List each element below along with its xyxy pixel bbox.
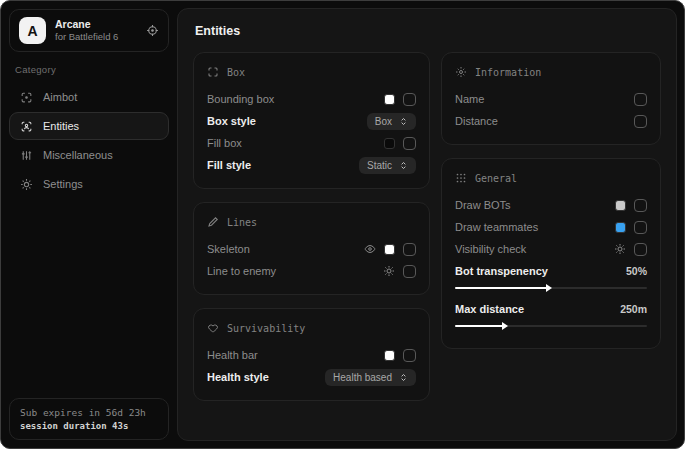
- session-duration-text: session duration 43s: [20, 421, 158, 431]
- fill-style-dropdown[interactable]: Static: [359, 157, 416, 174]
- gear-icon[interactable]: [383, 265, 395, 277]
- sidebar-item-settings[interactable]: Settings: [9, 170, 169, 198]
- grid-dots-icon: [455, 172, 467, 184]
- setting-row-max-distance: Max distance 250m: [455, 298, 647, 320]
- main-panel: Entities Box Bounding box: [177, 8, 677, 441]
- sidebar-item-label: Aimbot: [43, 91, 77, 103]
- checkbox[interactable]: [403, 93, 416, 106]
- checkbox[interactable]: [403, 243, 416, 256]
- category-label: Category: [15, 64, 163, 75]
- app-name: Arcane: [55, 18, 137, 31]
- checkbox[interactable]: [634, 221, 647, 234]
- card-title: General: [475, 173, 517, 184]
- box-style-dropdown[interactable]: Box: [367, 113, 416, 130]
- sidebar-item-label: Entities: [43, 120, 79, 132]
- sidebar: A Arcane for Battlefield 6 Category Aimb…: [1, 1, 177, 448]
- setting-row-visibility-check: Visibility check: [455, 238, 647, 260]
- setting-label: Fill box: [207, 137, 242, 149]
- survivability-card: Survivability Health bar Health style He…: [193, 308, 430, 401]
- card-title: Survivability: [227, 323, 305, 334]
- checkbox[interactable]: [634, 243, 647, 256]
- max-distance-slider[interactable]: [455, 325, 647, 327]
- bot-transparency-slider[interactable]: [455, 287, 647, 289]
- checkbox[interactable]: [403, 265, 416, 278]
- setting-row-draw-teammates: Draw teammates: [455, 216, 647, 238]
- chevron-up-down-icon: [399, 161, 408, 170]
- app-window: A Arcane for Battlefield 6 Category Aimb…: [0, 0, 685, 449]
- page-title: Entities: [195, 24, 661, 38]
- color-swatch[interactable]: [384, 94, 395, 105]
- setting-row-fill-style: Fill style Static: [207, 154, 416, 176]
- checkbox[interactable]: [634, 199, 647, 212]
- gear-icon: [20, 178, 33, 191]
- checkbox[interactable]: [634, 93, 647, 106]
- dropdown-value: Box: [375, 116, 392, 127]
- information-card: Information Name Distance: [441, 52, 661, 145]
- setting-label: Bot transpenency: [455, 265, 548, 277]
- color-swatch[interactable]: [615, 200, 626, 211]
- card-title: Information: [475, 67, 541, 78]
- setting-row-distance: Distance: [455, 110, 647, 132]
- card-title: Lines: [227, 217, 257, 228]
- setting-row-draw-bots: Draw BOTs: [455, 194, 647, 216]
- app-logo: A: [19, 17, 46, 44]
- setting-label: Draw teammates: [455, 221, 538, 233]
- setting-label: Draw BOTs: [455, 199, 511, 211]
- slider-value: 250m: [620, 303, 647, 315]
- sidebar-item-entities[interactable]: Entities: [9, 112, 169, 140]
- app-header-card: A Arcane for Battlefield 6: [9, 9, 169, 52]
- setting-label: Line to enemy: [207, 265, 276, 277]
- setting-label: Skeleton: [207, 243, 250, 255]
- checkbox[interactable]: [403, 137, 416, 150]
- sidebar-item-label: Miscellaneous: [43, 149, 113, 161]
- color-swatch[interactable]: [384, 138, 395, 149]
- target-icon[interactable]: [146, 24, 159, 37]
- setting-label: Distance: [455, 115, 498, 127]
- checkbox[interactable]: [403, 349, 416, 362]
- box-card: Box Bounding box Box style Box: [193, 52, 430, 189]
- setting-row-health-bar: Health bar: [207, 344, 416, 366]
- setting-label: Box style: [207, 115, 256, 127]
- chevron-up-down-icon: [399, 117, 408, 126]
- checkbox[interactable]: [634, 115, 647, 128]
- color-swatch[interactable]: [615, 222, 626, 233]
- setting-label: Max distance: [455, 303, 524, 315]
- dropdown-value: Health based: [333, 372, 392, 383]
- setting-label: Health style: [207, 371, 269, 383]
- sidebar-item-miscellaneous[interactable]: Miscellaneous: [9, 141, 169, 169]
- entity-scan-icon: [20, 120, 33, 133]
- subscription-status-card: Sub expires in 56d 23h session duration …: [9, 398, 169, 440]
- setting-label: Visibility check: [455, 243, 526, 255]
- sidebar-item-label: Settings: [43, 178, 83, 190]
- color-swatch[interactable]: [384, 244, 395, 255]
- sub-expiry-text: Sub expires in 56d 23h: [20, 407, 158, 418]
- chevron-up-down-icon: [399, 373, 408, 382]
- setting-row-skeleton: Skeleton: [207, 238, 416, 260]
- health-style-dropdown[interactable]: Health based: [325, 369, 416, 386]
- sidebar-item-aimbot[interactable]: Aimbot: [9, 83, 169, 111]
- heart-icon: [207, 322, 219, 334]
- general-card: General Draw BOTs Draw teammates: [441, 158, 661, 349]
- setting-label: Health bar: [207, 349, 258, 361]
- lines-card: Lines Skeleton Line to enemy: [193, 202, 430, 295]
- eye-icon[interactable]: [364, 243, 376, 255]
- gear-icon[interactable]: [614, 243, 626, 255]
- pencil-line-icon: [207, 216, 219, 228]
- setting-row-box-style: Box style Box: [207, 110, 416, 132]
- crosshair-icon: [20, 91, 33, 104]
- setting-row-line-to-enemy: Line to enemy: [207, 260, 416, 282]
- setting-label: Bounding box: [207, 93, 274, 105]
- slider-value: 50%: [626, 265, 647, 277]
- setting-row-fill-box: Fill box: [207, 132, 416, 154]
- setting-row-name: Name: [455, 88, 647, 110]
- sliders-icon: [20, 149, 33, 162]
- color-swatch[interactable]: [384, 350, 395, 361]
- app-subtitle: for Battlefield 6: [55, 31, 137, 43]
- setting-row-bot-transparency: Bot transpenency 50%: [455, 260, 647, 282]
- info-sparkle-icon: [455, 66, 467, 78]
- setting-row-bounding-box: Bounding box: [207, 88, 416, 110]
- dropdown-value: Static: [367, 160, 392, 171]
- setting-label: Fill style: [207, 159, 251, 171]
- setting-label: Name: [455, 93, 484, 105]
- card-title: Box: [227, 67, 245, 78]
